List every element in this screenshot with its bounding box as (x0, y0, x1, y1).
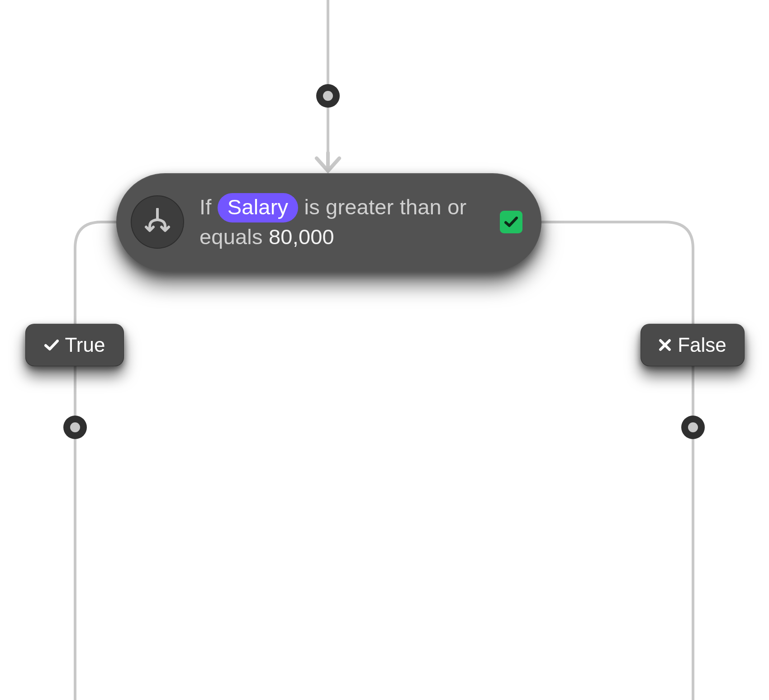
condition-node[interactable]: If Salary is greater than or equals 80,0… (116, 173, 541, 271)
x-icon (659, 339, 671, 351)
svg-point-3 (323, 91, 333, 101)
branch-true-label: True (65, 334, 105, 356)
branch-icon (131, 195, 184, 249)
flow-canvas: If Salary is greater than or equals 80,0… (0, 0, 769, 700)
branch-false-node[interactable]: False (641, 324, 745, 366)
condition-expression: If Salary is greater than or equals 80,0… (199, 193, 491, 251)
svg-point-6 (70, 422, 80, 432)
status-passed-badge (500, 211, 522, 233)
svg-point-9 (688, 422, 698, 432)
check-icon (44, 339, 59, 351)
branch-false-label: False (678, 334, 726, 356)
condition-prefix: If (199, 195, 212, 219)
field-pill[interactable]: Salary (218, 193, 298, 222)
condition-value: 80,000 (269, 225, 334, 249)
branch-true-node[interactable]: True (25, 324, 124, 366)
